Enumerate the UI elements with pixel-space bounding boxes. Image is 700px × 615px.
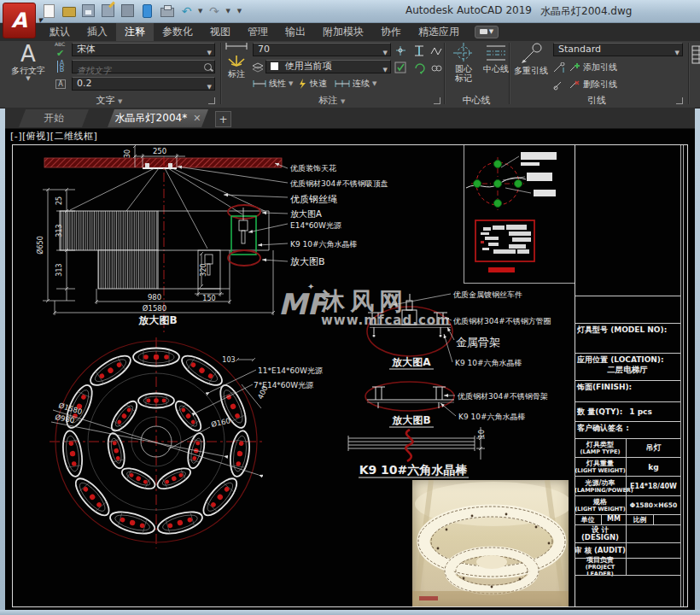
continue-dim-icon xyxy=(335,79,350,88)
check-spelling-icon[interactable]: ABC ✔ xyxy=(54,43,67,56)
titleblock-row-units: 单位 MM 比例 xyxy=(575,514,680,524)
remove-leader-button[interactable]: 删除引线 xyxy=(569,78,617,91)
redo-button[interactable]: ↷ xyxy=(206,3,222,19)
leader-dialog-launcher[interactable] xyxy=(676,97,683,104)
center-mark-button[interactable]: 圆心标记 xyxy=(447,42,480,95)
unit-value: MM xyxy=(602,515,627,524)
printer-icon xyxy=(160,8,174,17)
leader-panel-label[interactable]: 引线 xyxy=(509,94,685,106)
text-align-icon[interactable]: AB xyxy=(54,60,67,73)
media-button[interactable]: ▼ xyxy=(475,26,499,38)
centerline-icon xyxy=(485,42,507,64)
close-icon[interactable]: ✕ xyxy=(193,113,201,124)
text-style-combo[interactable]: 宋体 ▼ xyxy=(72,43,215,56)
ribbon-tab-bar: 默认 插入 注释 参数化 视图 管理 输出 附加模块 协作 精选应用 ▼ xyxy=(0,22,700,41)
find-text-input[interactable] xyxy=(73,65,214,77)
undo-button[interactable]: ↶ xyxy=(178,3,195,19)
viewport-controls[interactable]: [-][俯视][二维线框] xyxy=(10,130,97,143)
mobile-sync-button[interactable] xyxy=(139,3,155,19)
titleblock-row-power: 光源/功率(LAMPING/POWER) E14*18/40W xyxy=(575,476,680,495)
mtext-label: 多行文字 xyxy=(11,66,45,75)
new-file-icon xyxy=(44,4,55,18)
document-title: 水晶吊灯2004.dwg xyxy=(540,4,632,19)
layer-stack-icon xyxy=(251,61,265,74)
dim-style-combo[interactable]: 70 ▼ xyxy=(253,43,391,56)
leader-align-icon[interactable] xyxy=(551,78,565,91)
text-dialog-launcher[interactable] xyxy=(208,97,215,104)
dim-layer-combo[interactable]: 使用当前项 ▼ xyxy=(265,60,391,73)
dim-update-icon[interactable] xyxy=(412,61,426,74)
tab-insert[interactable]: 插入 xyxy=(79,22,116,41)
tab-addins[interactable]: 附加模块 xyxy=(314,22,372,41)
centerline-panel-label[interactable]: 中心线 xyxy=(444,94,509,106)
tab-default[interactable]: 默认 xyxy=(41,22,79,41)
design-value xyxy=(627,525,680,542)
file-tab-start[interactable]: 开始 xyxy=(19,109,89,127)
qat-customize-dropdown[interactable]: ▼ xyxy=(237,8,242,15)
app-title: Autodesk AutoCAD 2019 xyxy=(405,4,532,16)
titleblock-row-model: 灯具型号 (MODEL NO): xyxy=(575,323,680,353)
text-vertical-dim-icon[interactable] xyxy=(412,44,426,57)
tab-featured-apps[interactable]: 精选应用 xyxy=(410,22,468,41)
multileader-button[interactable]: 多重引线 xyxy=(512,42,550,95)
tab-output[interactable]: 输出 xyxy=(277,22,314,41)
chevron-down-icon: ▼ xyxy=(38,17,43,24)
application-menu-button[interactable]: A▼ xyxy=(3,3,36,38)
redo-dropdown[interactable]: ▼ xyxy=(225,8,230,15)
leader-collect-icon[interactable] xyxy=(551,61,565,74)
ribbon-panels: A 多行文字 ▼ ABC ✔ 宋体 ▼ AB A 0.2 ▼ 文字 ▼ xyxy=(0,41,700,108)
power-value: E14*18/40W xyxy=(627,477,680,495)
new-drawing-tab-button[interactable]: + xyxy=(215,111,231,127)
titleblock-row-leader: 项目负责(PROJECT LEADER) xyxy=(575,558,680,575)
centered-dim-icon[interactable] xyxy=(394,44,407,57)
dimension-button[interactable]: 标注 xyxy=(222,42,251,95)
titleblock-divider xyxy=(575,296,680,296)
center-mark-icon xyxy=(452,42,475,64)
save-as-button[interactable] xyxy=(100,3,116,19)
tab-collaborate[interactable]: 协作 xyxy=(372,22,410,41)
continue-dim-button[interactable]: 连续▼ xyxy=(335,77,376,91)
titleblock-row-signature: 客户确认签名 : xyxy=(575,421,680,438)
chevron-down-icon: ▼ xyxy=(675,47,680,56)
title-block: 灯具型号 (MODEL NO): 应用位置 (LOCATION): 二层电梯厅 … xyxy=(575,144,680,607)
titleblock-row-qty: 数 量(QTY): 1 pcs xyxy=(575,401,680,421)
text-panel-label[interactable]: 文字 ▼ xyxy=(0,94,219,106)
tab-manage[interactable]: 管理 xyxy=(239,22,277,41)
text-height-combo[interactable]: 0.2 ▼ xyxy=(72,77,215,91)
open-file-button[interactable] xyxy=(61,3,77,19)
add-leader-button[interactable]: 添加引线 xyxy=(569,61,617,73)
undo-dropdown[interactable]: ▼ xyxy=(198,8,202,15)
tab-view[interactable]: 视图 xyxy=(201,22,239,41)
location-value: 二层电梯厅 xyxy=(575,365,680,376)
quick-access-toolbar: ↶ ▼ ↷ ▼ ▼ xyxy=(41,3,242,19)
dim-link-icon[interactable] xyxy=(429,61,443,74)
plot-button[interactable] xyxy=(120,3,136,19)
tab-annotate[interactable]: 注释 xyxy=(116,22,154,41)
weight-value: kg xyxy=(627,458,680,476)
dim-check-icon[interactable] xyxy=(394,61,407,74)
chevron-down-icon: ▼ xyxy=(383,64,388,73)
window-border-bottom xyxy=(0,610,700,615)
save-button[interactable] xyxy=(80,3,96,19)
mtext-icon: A xyxy=(20,42,36,66)
search-icon[interactable] xyxy=(204,63,212,71)
find-text-field[interactable] xyxy=(72,60,215,73)
mtext-button[interactable]: A 多行文字 ▼ xyxy=(5,42,51,95)
leader-value xyxy=(627,559,680,575)
file-tab-bar: 开始 水晶吊灯2004*✕ + xyxy=(5,108,695,129)
quick-dim-button[interactable]: 快速 xyxy=(297,77,327,91)
dim-panel-label[interactable]: 标注 ▼ xyxy=(220,94,444,106)
watermark-url: www.mfcad.com xyxy=(321,313,451,328)
break-dim-icon[interactable] xyxy=(429,44,443,57)
dim-dialog-launcher[interactable] xyxy=(434,97,440,104)
print-button[interactable] xyxy=(159,3,175,19)
chevron-down-icon: ▼ xyxy=(489,28,493,35)
new-file-button[interactable] xyxy=(41,3,57,19)
tab-parametric[interactable]: 参数化 xyxy=(154,22,201,41)
file-tab-active[interactable]: 水晶吊灯2004*✕ xyxy=(108,109,208,127)
titleblock-row-finish: 饰面(FINISH): xyxy=(575,380,680,401)
centerline-button[interactable]: 中心线 xyxy=(481,42,510,95)
save-as-icon xyxy=(102,4,114,17)
linear-dim-button[interactable]: 线性▼ xyxy=(253,77,293,91)
mleader-style-combo[interactable]: Standard ▼ xyxy=(553,43,683,56)
